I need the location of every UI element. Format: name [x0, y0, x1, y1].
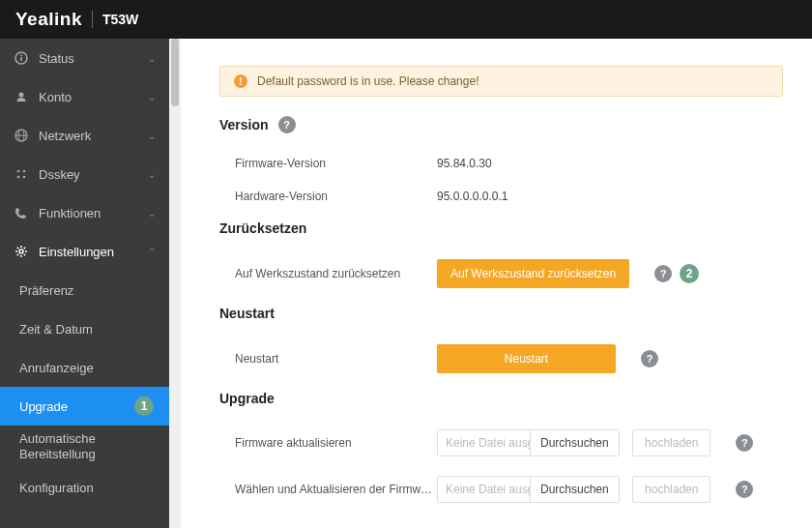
svg-point-3 [19, 93, 24, 98]
sidebar-sub-label: Upgrade [19, 399, 68, 414]
row-reboot: Neustart Neustart ? [219, 335, 783, 383]
chevron-down-icon: ⌄ [148, 208, 156, 219]
browse-button[interactable]: Durchsuchen [531, 477, 619, 502]
section-title-text: Version [219, 117, 269, 132]
chevron-down-icon: ⌄ [148, 131, 156, 141]
sidebar-sub-label: Konfiguration [19, 481, 94, 495]
chevron-down-icon: ⌄ [148, 53, 156, 64]
svg-rect-2 [20, 55, 22, 57]
sidebar-subnav: Präferenz Zeit & Datum Anrufanzeige Upgr… [0, 271, 169, 507]
section-title-text: Zurücksetzen [219, 220, 306, 236]
file-placeholder: Keine Datei ausg [438, 430, 531, 455]
gear-icon [14, 244, 29, 259]
svg-point-7 [17, 170, 20, 173]
row-value: 95.84.0.30 [437, 157, 621, 170]
upload-button[interactable]: hochladen [632, 429, 710, 456]
file-input-firmware[interactable]: Keine Datei ausg Durchsuchen [437, 429, 620, 456]
info-icon [14, 50, 29, 66]
globe-icon [14, 128, 29, 143]
sidebar-item-status[interactable]: Status ⌄ [0, 39, 169, 77]
step-badge-1: 1 [134, 396, 154, 416]
warning-icon: ! [234, 74, 247, 88]
upload-button[interactable]: hochladen [632, 476, 710, 503]
sidebar-sub-configuration[interactable]: Konfiguration [0, 468, 169, 507]
help-icon[interactable]: ? [736, 481, 753, 498]
section-title-text: Upgrade [219, 391, 275, 406]
sidebar-item-label: Netzwerk [39, 129, 91, 143]
sidebar-sub-time-date[interactable]: Zeit & Datum [0, 309, 169, 348]
row-label: Neustart [219, 352, 437, 366]
row-label: Firmware-Version [219, 157, 437, 170]
sidebar-sub-label: Automatische Bereitstellung [19, 431, 169, 461]
section-upgrade-title: Upgrade [219, 391, 783, 406]
alert-text: Default password is in use. Please chang… [257, 74, 478, 88]
sidebar-item-network[interactable]: Netzwerk ⌄ [0, 116, 169, 155]
chevron-up-icon: ⌃ [148, 247, 156, 257]
chevron-down-icon: ⌄ [148, 92, 156, 103]
brand-logo: Yealink [15, 9, 82, 30]
sidebar-item-label: Dsskey [39, 167, 80, 182]
brand-divider [92, 11, 93, 28]
sidebar-sub-label: Anrufanzeige [19, 361, 94, 375]
help-icon[interactable]: ? [641, 350, 658, 367]
scroll-track[interactable] [169, 39, 181, 528]
file-placeholder: Keine Datei ausg [438, 477, 531, 502]
help-icon[interactable]: ? [278, 116, 296, 133]
sidebar-item-label: Einstellungen [39, 245, 114, 259]
sidebar-item-functions[interactable]: Funktionen ⌄ [0, 193, 169, 232]
row-firmware-version: Firmware-Version 95.84.0.30 [219, 147, 783, 180]
chevron-down-icon: ⌄ [148, 169, 156, 180]
sidebar-item-dsskey[interactable]: Dsskey ⌄ [0, 155, 169, 193]
sidebar: Status ⌄ Konto ⌄ Netzwerk ⌄ Dsskey ⌄ Fun… [0, 39, 169, 528]
sidebar-sub-label: Präferenz [19, 283, 73, 298]
sidebar-item-settings[interactable]: Einstellungen ⌃ [0, 232, 169, 271]
section-reboot-title: Neustart [219, 306, 783, 321]
svg-point-11 [19, 249, 23, 253]
sidebar-sub-call-display[interactable]: Anrufanzeige [0, 348, 169, 387]
row-label: Firmware aktualisieren [219, 436, 437, 450]
section-title-text: Neustart [219, 306, 275, 321]
row-upgrade-select: Wählen und Aktualisieren der Firmware de… [219, 466, 783, 513]
password-alert: ! Default password is in use. Please cha… [219, 66, 783, 97]
row-label: Auf Werkszustand zurücksetzen [219, 267, 437, 280]
svg-point-10 [23, 176, 26, 179]
phone-icon [14, 205, 29, 220]
sidebar-sub-label: Zeit & Datum [19, 322, 93, 337]
factory-reset-button[interactable]: Auf Werkszustand zurücksetzen [437, 259, 629, 288]
svg-rect-1 [20, 57, 22, 61]
section-version-title: Version ? [219, 116, 783, 133]
row-upgrade-firmware: Firmware aktualisieren Keine Datei ausg … [219, 420, 783, 466]
svg-point-9 [17, 176, 20, 179]
file-input-select-firmware[interactable]: Keine Datei ausg Durchsuchen [437, 476, 620, 503]
top-bar: Yealink T53W [0, 0, 812, 39]
help-icon[interactable]: ? [654, 265, 672, 282]
sidebar-sub-preference[interactable]: Präferenz [0, 271, 169, 309]
reboot-button[interactable]: Neustart [437, 344, 616, 373]
browse-button[interactable]: Durchsuchen [531, 430, 619, 455]
scroll-thumb[interactable] [171, 39, 179, 106]
main-content: ! Default password is in use. Please cha… [181, 39, 812, 528]
row-label: Hardware-Version [219, 190, 437, 203]
model-name: T53W [102, 12, 138, 27]
row-factory-reset: Auf Werkszustand zurücksetzen Auf Werksz… [219, 249, 783, 298]
row-label: Wählen und Aktualisieren der Firmware de… [219, 483, 437, 496]
sidebar-item-label: Konto [39, 90, 72, 104]
row-value: 95.0.0.0.0.0.1 [437, 190, 621, 203]
section-reset-title: Zurücksetzen [219, 220, 783, 236]
row-hardware-version: Hardware-Version 95.0.0.0.0.0.1 [219, 180, 783, 213]
svg-point-8 [23, 170, 26, 173]
sidebar-item-label: Funktionen [39, 206, 101, 220]
sidebar-sub-upgrade[interactable]: Upgrade 1 [0, 387, 169, 425]
sidebar-item-label: Status [39, 51, 74, 66]
keypad-icon [14, 166, 29, 182]
step-badge-2: 2 [680, 264, 699, 283]
help-icon[interactable]: ? [736, 434, 753, 452]
user-icon [14, 89, 29, 104]
sidebar-item-account[interactable]: Konto ⌄ [0, 77, 169, 116]
sidebar-sub-autoprovision[interactable]: Automatische Bereitstellung [0, 425, 169, 468]
